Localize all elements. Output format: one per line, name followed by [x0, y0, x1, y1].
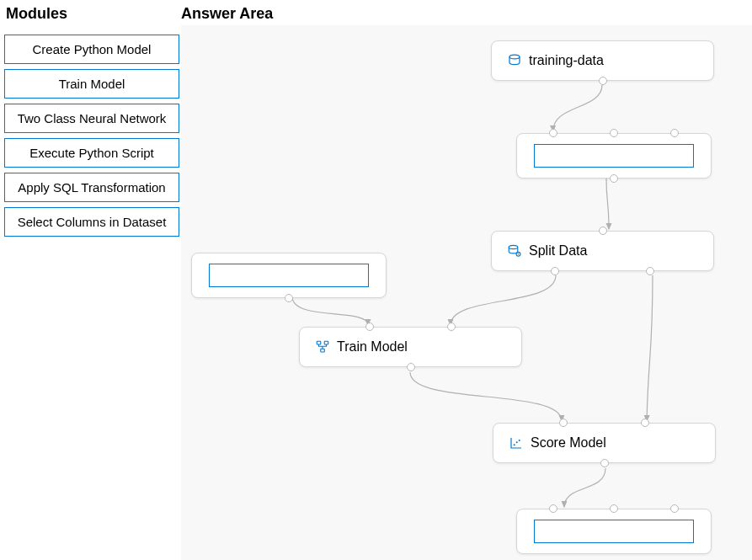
module-select-columns-in-dataset[interactable]: Select Columns in Dataset — [4, 207, 179, 237]
node-drop-slot-3[interactable] — [516, 509, 712, 554]
node-score-model[interactable]: Score Model — [493, 423, 716, 463]
input-port-right[interactable] — [447, 323, 456, 331]
database-settings-icon — [507, 243, 522, 259]
input-port-right[interactable] — [641, 419, 649, 427]
drop-slot[interactable] — [209, 264, 369, 287]
input-port[interactable] — [549, 129, 557, 137]
input-port[interactable] — [610, 504, 618, 513]
input-port[interactable] — [670, 129, 679, 137]
module-create-python-model[interactable]: Create Python Model — [4, 35, 179, 64]
module-execute-python-script[interactable]: Execute Python Script — [4, 138, 179, 168]
module-two-class-neural-network[interactable]: Two Class Neural Network — [4, 104, 179, 133]
module-train-model[interactable]: Train Model — [4, 69, 179, 99]
output-port-left[interactable] — [551, 267, 559, 275]
node-train-model[interactable]: Train Model — [299, 327, 522, 367]
input-port-left[interactable] — [365, 323, 374, 331]
scatter-chart-icon — [509, 435, 524, 451]
output-port[interactable] — [610, 174, 618, 183]
svg-point-8 — [516, 441, 518, 443]
node-label: Split Data — [529, 243, 587, 259]
answer-canvas[interactable]: training-data Split Data Train Model — [181, 25, 752, 560]
svg-point-7 — [514, 444, 515, 445]
output-port[interactable] — [285, 294, 293, 302]
flow-icon — [315, 339, 330, 355]
svg-rect-5 — [324, 341, 328, 344]
output-port[interactable] — [407, 363, 415, 371]
svg-point-9 — [519, 440, 520, 441]
input-port[interactable] — [549, 504, 557, 513]
input-port[interactable] — [599, 227, 607, 235]
node-drop-slot-2[interactable] — [191, 253, 387, 298]
input-port[interactable] — [670, 504, 679, 513]
node-drop-slot-1[interactable] — [516, 133, 712, 179]
modules-title: Modules — [4, 5, 179, 23]
database-icon — [507, 53, 522, 68]
node-label: Score Model — [531, 435, 606, 451]
node-label: Train Model — [337, 339, 408, 355]
drop-slot[interactable] — [534, 520, 694, 543]
answer-area-title: Answer Area — [181, 5, 273, 23]
module-apply-sql-transformation[interactable]: Apply SQL Transformation — [4, 173, 179, 202]
output-port-right[interactable] — [646, 267, 654, 275]
input-port[interactable] — [610, 129, 618, 137]
drop-slot[interactable] — [534, 144, 694, 168]
node-training-data[interactable]: training-data — [491, 40, 714, 81]
node-split-data[interactable]: Split Data — [491, 231, 714, 271]
svg-rect-4 — [317, 341, 321, 344]
svg-point-1 — [509, 245, 518, 248]
svg-point-3 — [518, 253, 520, 255]
output-port[interactable] — [600, 459, 609, 467]
svg-rect-6 — [321, 349, 325, 352]
node-label: training-data — [529, 53, 604, 68]
modules-panel: Modules Create Python Model Train Model … — [4, 5, 179, 242]
output-port[interactable] — [599, 77, 607, 85]
svg-point-0 — [509, 55, 520, 59]
input-port-left[interactable] — [559, 419, 568, 427]
